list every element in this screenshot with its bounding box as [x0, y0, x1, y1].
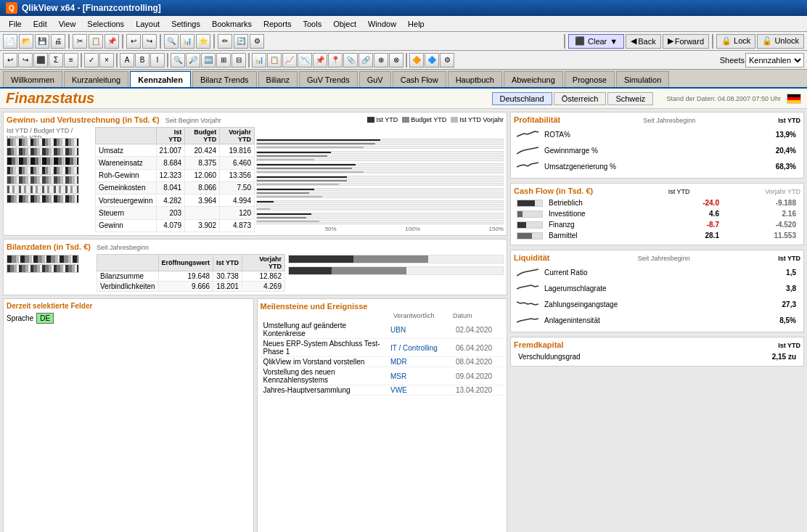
- fk-value: 2,15 zu: [713, 352, 799, 361]
- tb2-10[interactable]: I: [150, 53, 165, 67]
- tb2-17[interactable]: 📋: [267, 53, 282, 67]
- tb-paste[interactable]: 📌: [105, 34, 119, 49]
- tab-abweichung[interactable]: Abweichung: [504, 71, 563, 87]
- tb2-14[interactable]: ⊞: [216, 53, 231, 67]
- milestones-header: Verantwortlich Datum: [261, 312, 504, 319]
- tb2-20[interactable]: 📌: [313, 53, 327, 67]
- tb2-22[interactable]: 📎: [343, 53, 358, 67]
- menu-object[interactable]: Object: [327, 16, 362, 31]
- tab-willkommen[interactable]: Willkommen: [3, 71, 62, 87]
- tab-bilianz[interactable]: Bilianz: [258, 71, 298, 87]
- tb-edit2[interactable]: ✏: [218, 34, 232, 49]
- tb2-5[interactable]: ≡: [64, 53, 78, 67]
- menu-file[interactable]: File: [3, 16, 28, 31]
- tb2-18[interactable]: 📈: [282, 53, 297, 67]
- tb2-21[interactable]: 📍: [328, 53, 343, 67]
- clear-button[interactable]: ⬛ Clear ▼: [568, 34, 624, 49]
- tb2-13[interactable]: 🔤: [201, 53, 216, 67]
- forward-button[interactable]: ▶ Forward: [663, 34, 709, 49]
- tb2-27[interactable]: 🔷: [425, 53, 439, 67]
- country-osterreich[interactable]: Österreich: [554, 92, 607, 105]
- tb2-6[interactable]: ✓: [84, 53, 99, 67]
- cf-bar-cell: [515, 231, 544, 240]
- clear-icon: ⬛: [575, 36, 585, 46]
- guv-subtitle: Seit Beginn Vorjahr: [165, 117, 221, 124]
- tb2-3[interactable]: ⬛: [33, 53, 48, 67]
- country-deutschland[interactable]: Deutschland: [492, 92, 552, 105]
- guv-cell-label: Wareneinsatz: [96, 157, 157, 169]
- tab-prognose[interactable]: Prognose: [565, 71, 615, 87]
- guv-cell-ist: 8.684: [156, 157, 185, 169]
- menu-settings[interactable]: Settings: [165, 16, 206, 31]
- menu-bookmarks[interactable]: Bookmarks: [206, 16, 258, 31]
- profit-value: 68,3%: [734, 159, 799, 173]
- lock-button[interactable]: 🔒 Lock: [716, 34, 755, 49]
- menu-view[interactable]: View: [53, 16, 82, 31]
- tb2-15[interactable]: ⊟: [232, 53, 246, 67]
- selector-field-value[interactable]: DE: [36, 313, 54, 324]
- tb2-2[interactable]: ↪: [18, 53, 33, 67]
- ms-resp: UBN: [388, 321, 453, 339]
- menu-layout[interactable]: Layout: [130, 16, 165, 31]
- menu-window[interactable]: Window: [362, 16, 402, 31]
- tb2-1[interactable]: ↩: [3, 53, 17, 67]
- back-button[interactable]: ◀ Back: [626, 34, 660, 49]
- title-bar: Q QlikView x64 - [Finanzcontrolling]: [0, 0, 807, 16]
- spark-gemeinkosten: [7, 166, 94, 175]
- tab-hauptbuch[interactable]: Hauptbuch: [448, 71, 502, 87]
- menu-edit[interactable]: Edit: [28, 16, 53, 31]
- unlock-button[interactable]: 🔓 Unlock: [757, 34, 804, 49]
- tb-redo[interactable]: ↪: [142, 34, 157, 49]
- cf-ist: 4.6: [662, 209, 722, 218]
- tb-cut[interactable]: ✂: [73, 34, 87, 49]
- tb-star[interactable]: ⭐: [196, 34, 210, 49]
- tb2-24[interactable]: ⊕: [374, 53, 388, 67]
- bilanz-cell-vorjahr: 4.269: [242, 282, 284, 292]
- tb-search[interactable]: 🔍: [164, 34, 179, 49]
- tb2-28[interactable]: ⚙: [440, 53, 454, 67]
- tb2-8[interactable]: A: [120, 53, 134, 67]
- tb-print[interactable]: 🖨: [51, 34, 65, 49]
- tb2-16[interactable]: 📊: [252, 53, 266, 67]
- menu-tools[interactable]: Tools: [297, 16, 327, 31]
- tab-guv[interactable]: GuV: [359, 71, 391, 87]
- tab-kurzanleitung[interactable]: Kurzanleitung: [64, 71, 128, 87]
- country-schweiz[interactable]: Schweiz: [607, 92, 653, 105]
- tb-reload[interactable]: 🔄: [234, 34, 248, 49]
- tb2-23[interactable]: 🔗: [359, 53, 373, 67]
- tb-new[interactable]: 📄: [3, 34, 17, 49]
- tb2-4[interactable]: Σ: [49, 53, 63, 67]
- menu-reports[interactable]: Reports: [258, 16, 298, 31]
- bilanz-row-1: Verbindlichkeiten 9.666 18.201 4.269: [97, 282, 285, 292]
- tb2-25[interactable]: ⊗: [389, 53, 404, 67]
- tb-settings[interactable]: ⚙: [250, 34, 264, 49]
- cf-title: Cash Flow (in Tsd. €): [514, 187, 593, 195]
- tb2-11[interactable]: 🔍: [171, 53, 185, 67]
- tb2-19[interactable]: 📉: [298, 53, 312, 67]
- tab-bilanz-trends[interactable]: Bilanz Trends: [192, 71, 257, 87]
- menu-help[interactable]: Help: [402, 16, 430, 31]
- sep7: [81, 53, 82, 67]
- sheets-select[interactable]: Kennzahlen: [745, 53, 804, 67]
- tab-kennzahlen[interactable]: Kennzahlen: [130, 71, 191, 87]
- tb-undo[interactable]: ↩: [126, 34, 141, 49]
- tb2-9[interactable]: B: [135, 53, 149, 67]
- tb-open[interactable]: 📂: [19, 34, 33, 49]
- tab-simulation[interactable]: Simulation: [616, 71, 669, 87]
- tab-guv-trends[interactable]: GuV Trends: [299, 71, 358, 87]
- tb-copy[interactable]: 📋: [89, 34, 103, 49]
- tab-cashflow[interactable]: Cash Flow: [393, 71, 446, 87]
- tb2-26[interactable]: 🔶: [409, 53, 424, 67]
- menu-selections[interactable]: Selections: [81, 16, 130, 31]
- ms-date: 13.04.2020: [453, 385, 504, 396]
- tb2-7[interactable]: ×: [99, 53, 114, 67]
- spark-vorsteuergewinn: [7, 176, 94, 184]
- guv-row-3: Gemeinkosten 8.041 8.066 7.50: [96, 181, 255, 194]
- guv-sparklines: Ist YTD / Budget YTD / Vorjahr YTD: [7, 127, 94, 232]
- tb-chart[interactable]: 📊: [180, 34, 194, 49]
- cf-row-0: Betrieblich -24.0 -9.188: [515, 198, 799, 208]
- selector-sprache: Sprache DE: [7, 313, 250, 324]
- guv-row-6: Gewinn 4.079 3.902 4.873: [96, 219, 255, 232]
- tb-save[interactable]: 💾: [35, 34, 49, 49]
- tb2-12[interactable]: 🔎: [186, 53, 200, 67]
